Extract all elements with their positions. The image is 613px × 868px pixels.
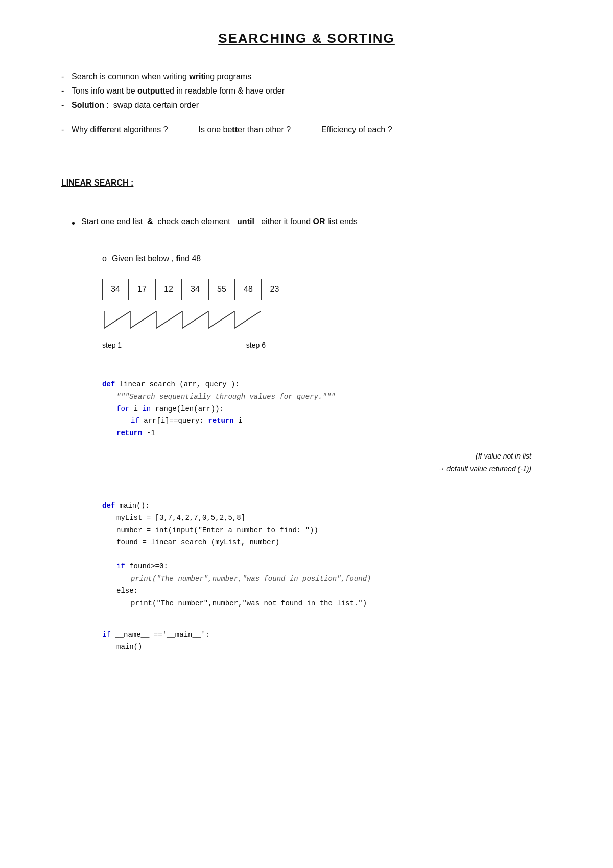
kw-def: def	[102, 380, 115, 389]
code-number: number = int(input("Enter a number to fi…	[102, 524, 552, 537]
question-3: Efficiency of each ?	[321, 125, 392, 134]
page-title: SEARCHING & SORTING	[61, 31, 552, 47]
code-if-found: if found>=0:	[102, 561, 552, 573]
main-bullet: • Start one end list & check each elemen…	[61, 217, 552, 230]
note-line-2: → default value returned (-1))	[61, 463, 531, 475]
bullet-item-1: Search is common when writing writing pr…	[61, 72, 552, 81]
sub-bullet-marker: o	[102, 254, 107, 263]
array-cell-5: 48	[235, 279, 262, 300]
array-cell-2: 12	[155, 279, 182, 300]
code-line-docstring: """Search sequentially through values fo…	[102, 391, 552, 403]
arrows-diagram	[102, 310, 552, 338]
intro-bullet-list: Search is common when writing writing pr…	[61, 72, 552, 110]
kw-if-found: if	[116, 562, 125, 570]
code-main-call: main()	[102, 641, 552, 653]
code-block-3: if __name__ =='__main__': main()	[102, 629, 552, 654]
array-cell-4: 55	[208, 279, 235, 300]
code-line-if: if arr[i]==query: return i	[102, 415, 552, 427]
code-blank	[102, 549, 552, 561]
code-line-return: return -1	[102, 427, 552, 440]
bullet-dot: •	[72, 217, 75, 230]
note-line-1: (If value not in list	[61, 450, 531, 463]
code-print-found: print("The number",number,"was found in …	[102, 573, 552, 585]
bullet-item-3: Solution : swap data certain order	[61, 101, 552, 110]
step1-label: step 1	[102, 341, 122, 349]
step6-label: step 6	[246, 341, 266, 349]
array-cell-1: 17	[129, 279, 155, 300]
code-else: else:	[102, 585, 552, 598]
sub-bullet: o Given list below , find 48	[61, 254, 552, 263]
code-line-for: for i in range(len(arr)):	[102, 403, 552, 416]
array-diagram: 34 17 12 34 55 48 23	[102, 279, 552, 300]
question-2: Is one better than other ?	[199, 125, 291, 134]
code-main-def: def main():	[102, 500, 552, 512]
code-line-def: def linear_search (arr, query ):	[102, 379, 552, 391]
question-1: Why different algorithms ?	[72, 125, 168, 134]
kw-for: for	[116, 405, 129, 413]
kw-if: if	[131, 417, 139, 425]
kw-return-neg1: return	[116, 429, 142, 437]
code-block-2: def main(): myList = [3,7,4,2,7,0,5,2,5,…	[102, 500, 552, 609]
docstring: """Search sequentially through values fo…	[116, 393, 335, 401]
code-block-1: def linear_search (arr, query ): """Sear…	[102, 379, 552, 440]
arrows-svg	[102, 310, 296, 336]
code-print-not-found: print("The number",number,"was not found…	[102, 598, 552, 610]
note-block: (If value not in list → default value re…	[61, 450, 552, 475]
array-cell-6: 23	[262, 279, 288, 300]
array-cell-0: 34	[102, 279, 129, 300]
kw-in: in	[142, 405, 151, 413]
main-bullet-text: Start one end list & check each element …	[81, 217, 358, 226]
bullet-item-2: Tons info want be outputted in readable …	[61, 86, 552, 96]
sub-bullet-text: Given list below , find 48	[112, 254, 201, 263]
array-row: 34 17 12 34 55 48 23	[102, 279, 552, 300]
step-labels: step 1 step 6	[102, 341, 266, 349]
kw-def-main: def	[102, 501, 115, 510]
code-ifname: if __name__ =='__main__':	[102, 629, 552, 642]
kw-if-name: if	[102, 631, 111, 639]
kw-return-i: return	[208, 417, 233, 425]
questions-line: Why different algorithms ? Is one better…	[61, 125, 552, 134]
linear-search-title: LINEAR SEARCH :	[61, 178, 552, 188]
code-found: found = linear_search (myList, number)	[102, 537, 552, 549]
code-mylist: myList = [3,7,4,2,7,0,5,2,5,8]	[102, 512, 552, 524]
array-cell-3: 34	[182, 279, 208, 300]
